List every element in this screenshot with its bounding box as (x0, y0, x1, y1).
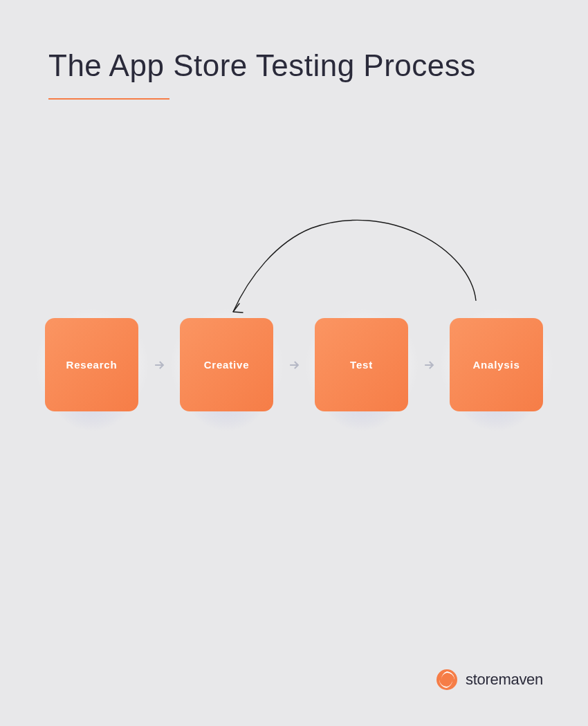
brand-name: storemaven (466, 671, 543, 689)
header: The App Store Testing Process (0, 0, 588, 100)
step-box-test: Test (315, 318, 408, 411)
brand-logo: storemaven (435, 668, 543, 691)
feedback-loop-arrow (214, 207, 484, 332)
step-label: Test (350, 359, 373, 371)
step-label: Creative (204, 359, 250, 371)
step-box-analysis: Analysis (450, 318, 543, 411)
process-flow: Research Creative Test Analys (0, 318, 588, 411)
step-box-research: Research (45, 318, 138, 411)
step-creative: Creative (180, 318, 273, 411)
step-label: Analysis (472, 359, 520, 371)
step-label: Research (66, 359, 118, 371)
step-research: Research (45, 318, 138, 411)
step-box-creative: Creative (180, 318, 273, 411)
step-test: Test (315, 318, 408, 411)
page-title: The App Store Testing Process (48, 48, 588, 83)
step-analysis: Analysis (450, 318, 543, 411)
storemaven-logo-icon (435, 668, 459, 691)
title-underline (48, 98, 169, 100)
